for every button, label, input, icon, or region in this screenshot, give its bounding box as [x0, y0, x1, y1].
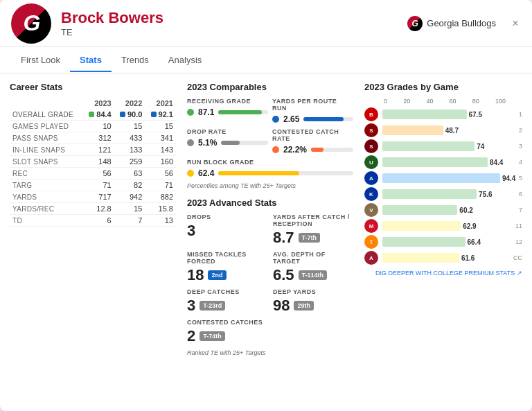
stat-label: PASS SNAPS [10, 132, 83, 144]
stat-col-2021: 2021 [145, 98, 176, 109]
table-row: TD 6 7 13 [10, 215, 176, 227]
comparable-item: RUN BLOCK GRADE 62.4 [187, 159, 353, 178]
stat-val-2022: 433 [114, 132, 145, 144]
tab-first-look[interactable]: First Look [11, 49, 70, 72]
adv-value-row: 3 [187, 223, 267, 238]
comparable-item: YARDS PER ROUTE RUN 2.65 [272, 98, 353, 124]
adv-value-row: 98 29th [273, 298, 353, 313]
grade-bar-area: 94.4 [382, 173, 507, 184]
grade-bar-area: 84.4 [382, 157, 507, 168]
grade-bar [382, 253, 459, 263]
table-row: SLOT SNAPS 148 259 160 [10, 156, 176, 168]
grade-bar-area: 74 [382, 141, 507, 152]
grade-row: T 66.4 12 [364, 235, 522, 249]
comp-label: CONTESTED CATCH RATE [272, 128, 353, 142]
opponent-logo: T [364, 235, 378, 249]
stat-val-2023: 717 [83, 191, 114, 203]
tab-analysis[interactable]: Analysis [159, 49, 211, 72]
grade-row: V 60.2 7 [364, 203, 522, 217]
stat-val-2022: 942 [114, 191, 145, 203]
grade-bar [382, 173, 500, 183]
comp-value: 2.65 [283, 114, 299, 124]
grade-bar [382, 189, 477, 199]
stat-label: IN-LINE SNAPS [10, 144, 83, 156]
grade-row: S 48.7 2 [364, 123, 522, 137]
stat-col-label [10, 98, 83, 109]
grade-bar-area: 60.2 [382, 204, 507, 216]
comp-bar-track [218, 110, 268, 114]
adv-value: 8.7 [273, 230, 294, 245]
player-name: Brock Bowers [61, 9, 163, 27]
grade-bar [382, 125, 443, 135]
stat-val-2021: 71 [145, 180, 176, 191]
grade-bar [382, 237, 466, 247]
table-row: YARDS 717 942 882 [10, 191, 176, 203]
comp-bar-track [218, 171, 353, 175]
stat-val-2023: 56 [83, 168, 114, 180]
tab-stats[interactable]: Stats [70, 49, 112, 72]
comp-value: 87.1 [198, 107, 214, 117]
comp-bar-container: 2.65 [272, 114, 353, 124]
grade-bar [382, 221, 461, 231]
comp-dot [272, 146, 279, 153]
comp-bar-container: 62.4 [187, 168, 353, 178]
adv-value-row: 18 2nd [187, 268, 267, 283]
comp-value: 62.4 [198, 168, 214, 178]
comp-label: RUN BLOCK GRADE [187, 159, 353, 166]
comparable-item: RECEIVING GRADE 87.1 [187, 98, 268, 124]
grade-bar-area: 62.9 [382, 220, 507, 231]
stat-val-2023: 148 [83, 156, 114, 168]
table-row: OVERALL GRADE 84.4 90.0 92.1 [10, 109, 176, 121]
team-name-label: Georgia Bulldogs [427, 18, 496, 28]
stat-label: SLOT SNAPS [10, 156, 83, 168]
game-number: 2 [510, 127, 522, 134]
grade-value: 84.4 [490, 159, 503, 166]
game-number: 3 [510, 143, 522, 150]
dig-deeper-link[interactable]: DIG DEEPER WITH COLLEGE PREMIUM STATS ↗ [364, 269, 522, 277]
adv-value: 3 [187, 298, 195, 313]
grade-bar [382, 205, 457, 215]
advanced-stats-section: 2023 Advanced Stats DROPS 3 YARDS AFTER … [187, 198, 353, 356]
dig-deeper-label: DIG DEEPER WITH COLLEGE PREMIUM STATS [375, 270, 515, 277]
grade-row: B 67.5 1 [364, 107, 522, 121]
advanced-stats-footnote: Ranked TE with 25+ Targets [187, 349, 353, 356]
adv-label: DEEP CATCHES [187, 288, 267, 295]
opponent-logo: M [364, 219, 378, 233]
opponent-logo: S [364, 123, 378, 137]
advanced-stats-grid: DROPS 3 YARDS AFTER CATCH / RECEPTION 8.… [187, 213, 353, 344]
stat-val-2022: 82 [114, 180, 145, 191]
stat-val-2021: 15 [145, 121, 176, 132]
adv-label: MISSED TACKLES FORCED [187, 251, 267, 265]
game-number: 7 [510, 207, 522, 213]
table-row: TARG 71 82 71 [10, 180, 176, 191]
close-button[interactable]: × [510, 18, 521, 29]
opponent-logo: B [364, 107, 378, 121]
opponent-logo: A [364, 251, 378, 265]
comp-value: 22.2% [283, 145, 307, 155]
grade-value: 74 [477, 143, 484, 150]
stat-val-2021: 341 [145, 132, 176, 144]
stat-col-2022: 2022 [114, 98, 145, 109]
comparables-percentile: Percentiles among TE with 25+ Targets [187, 182, 353, 189]
x-label-80: 80 [472, 98, 479, 105]
player-info: Brock Bowers TE [61, 9, 163, 37]
x-label-0: 0 [384, 98, 387, 105]
adv-item: MISSED TACKLES FORCED 18 2nd [187, 251, 267, 283]
grade-bar [382, 110, 467, 119]
x-label-60: 60 [450, 98, 456, 105]
x-label-20: 20 [403, 98, 410, 105]
opponent-logo: A [364, 171, 378, 185]
adv-label: YARDS AFTER CATCH / RECEPTION [273, 213, 353, 227]
table-row: YARDS/REC 12.8 15 15.8 [10, 203, 176, 215]
comp-dot [187, 170, 194, 177]
x-label-100: 100 [495, 98, 506, 105]
table-row: PASS SNAPS 312 433 341 [10, 132, 176, 144]
adv-rank: 2nd [208, 270, 226, 280]
dig-deeper-icon: ↗ [517, 270, 522, 277]
adv-item: CONTESTED CATCHES 2 T-74th [187, 319, 353, 344]
grade-row: A 61.6 CC [364, 251, 522, 265]
tab-trends[interactable]: Trends [112, 49, 159, 72]
game-number: 1 [510, 111, 522, 118]
comp-bar-fill [311, 148, 323, 152]
stat-val-2023: 12.8 [83, 203, 114, 215]
